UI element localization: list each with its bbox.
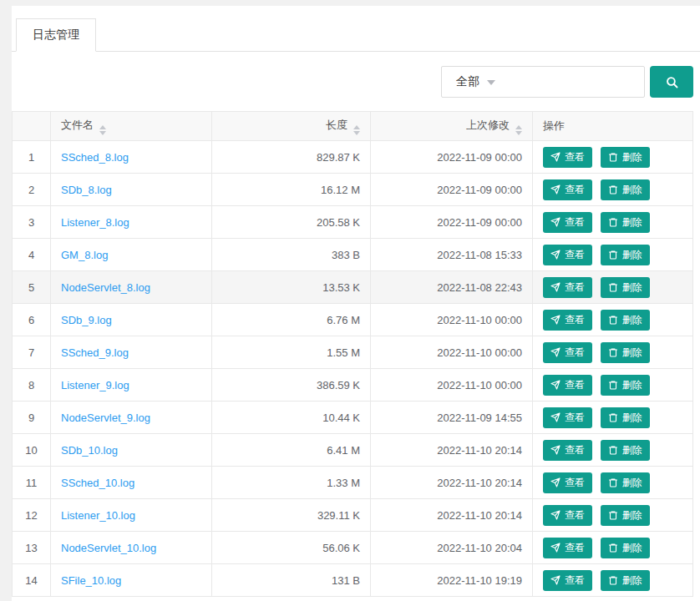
search-icon <box>665 75 679 89</box>
view-button[interactable]: 查看 <box>543 147 592 168</box>
delete-button[interactable]: 删除 <box>601 570 650 591</box>
send-icon <box>550 477 561 487</box>
send-icon <box>550 282 561 292</box>
view-button-label: 查看 <box>565 443 585 457</box>
trash-icon <box>608 510 618 520</box>
trash-icon <box>608 217 618 227</box>
view-button[interactable]: 查看 <box>543 277 592 298</box>
file-link[interactable]: NodeServlet_8.log <box>61 281 150 294</box>
sort-carets-icon[interactable] <box>515 125 522 135</box>
table-row: 6 SDb_9.log 6.76 M 2022-11-10 00:00 查看 删 <box>13 304 693 336</box>
view-button[interactable]: 查看 <box>543 245 592 265</box>
row-index: 7 <box>13 336 51 369</box>
col-modified[interactable]: 上次修改 <box>371 112 533 141</box>
file-length: 1.33 M <box>212 467 371 499</box>
send-icon <box>550 347 561 357</box>
tab-log-management[interactable]: 日志管理 <box>16 18 96 52</box>
col-filename[interactable]: 文件名 <box>51 112 212 141</box>
view-button[interactable]: 查看 <box>543 342 592 363</box>
row-index: 13 <box>13 532 51 564</box>
row-index: 9 <box>13 402 51 434</box>
delete-button-label: 删除 <box>622 280 642 295</box>
delete-button[interactable]: 删除 <box>601 375 650 396</box>
file-length: 1.55 M <box>212 336 371 369</box>
row-index: 2 <box>13 174 51 206</box>
delete-button[interactable]: 删除 <box>601 245 650 265</box>
row-actions: 查看 删除 <box>533 532 693 564</box>
file-modified: 2022-11-10 00:00 <box>371 369 533 402</box>
view-button[interactable]: 查看 <box>543 440 592 461</box>
view-button[interactable]: 查看 <box>543 375 592 396</box>
file-modified: 2022-11-10 00:00 <box>371 304 533 336</box>
send-icon <box>550 184 561 194</box>
delete-button[interactable]: 删除 <box>601 407 650 428</box>
row-index: 5 <box>13 271 51 304</box>
delete-button-label: 删除 <box>622 150 642 164</box>
filter-dropdown[interactable]: 全部 <box>441 66 645 98</box>
delete-button[interactable]: 删除 <box>601 342 650 363</box>
row-index: 10 <box>13 434 51 467</box>
delete-button-label: 删除 <box>622 476 642 490</box>
delete-button[interactable]: 删除 <box>601 179 650 200</box>
file-modified: 2022-11-09 14:55 <box>371 402 533 434</box>
delete-button[interactable]: 删除 <box>601 310 650 331</box>
delete-button[interactable]: 删除 <box>601 538 650 558</box>
delete-button[interactable]: 删除 <box>601 472 650 493</box>
table-header-row: 文件名 长度 上次修改 操作 <box>13 112 693 141</box>
file-link[interactable]: Listener_8.log <box>61 216 129 229</box>
sort-carets-icon[interactable] <box>353 125 360 135</box>
file-length: 13.53 K <box>212 271 371 304</box>
file-length: 10.44 K <box>212 402 371 434</box>
view-button[interactable]: 查看 <box>543 179 592 200</box>
file-link[interactable]: SDb_8.log <box>61 184 112 196</box>
delete-button[interactable]: 删除 <box>601 505 650 526</box>
view-button[interactable]: 查看 <box>543 570 592 591</box>
view-button[interactable]: 查看 <box>543 538 592 558</box>
view-button[interactable]: 查看 <box>543 407 592 428</box>
tab-bar: 日志管理 <box>12 6 700 52</box>
file-link[interactable]: NodeServlet_9.log <box>61 412 150 424</box>
delete-button[interactable]: 删除 <box>601 212 650 233</box>
file-link[interactable]: SSched_8.log <box>61 151 129 164</box>
delete-button[interactable]: 删除 <box>601 147 650 168</box>
file-link[interactable]: GM_8.log <box>61 249 108 261</box>
trash-icon <box>608 282 618 292</box>
table-row: 8 Listener_9.log 386.59 K 2022-11-10 00:… <box>13 369 693 402</box>
delete-button-label: 删除 <box>622 443 642 457</box>
file-link[interactable]: Listener_10.log <box>61 509 135 522</box>
view-button[interactable]: 查看 <box>543 505 592 526</box>
file-length: 16.12 M <box>212 174 371 206</box>
file-length: 6.41 M <box>212 434 371 467</box>
view-button[interactable]: 查看 <box>543 472 592 493</box>
file-length: 205.58 K <box>212 206 371 239</box>
delete-button[interactable]: 删除 <box>601 277 650 298</box>
view-button[interactable]: 查看 <box>543 212 592 233</box>
send-icon <box>550 543 561 553</box>
file-modified: 2022-11-10 00:00 <box>371 336 533 369</box>
delete-button-label: 删除 <box>622 378 642 392</box>
view-button-label: 查看 <box>565 215 585 230</box>
table-row: 1 SSched_8.log 829.87 K 2022-11-09 00:00… <box>13 141 693 174</box>
table-row: 7 SSched_9.log 1.55 M 2022-11-10 00:00 查… <box>13 336 693 369</box>
file-link[interactable]: SSched_10.log <box>61 477 134 489</box>
row-actions: 查看 删除 <box>533 304 693 336</box>
file-link[interactable]: SSched_9.log <box>61 346 129 359</box>
row-actions: 查看 删除 <box>533 141 693 174</box>
delete-button[interactable]: 删除 <box>601 440 650 461</box>
row-actions: 查看 删除 <box>533 239 693 271</box>
file-modified: 2022-11-09 00:00 <box>371 174 533 206</box>
row-actions: 查看 删除 <box>533 499 693 532</box>
sort-carets-icon[interactable] <box>99 125 106 135</box>
caret-down-icon <box>487 80 495 85</box>
view-button[interactable]: 查看 <box>543 310 592 331</box>
file-link[interactable]: SFile_10.log <box>61 574 121 587</box>
file-link[interactable]: SDb_9.log <box>61 314 112 326</box>
search-button[interactable] <box>650 66 693 98</box>
file-link[interactable]: Listener_9.log <box>61 379 129 391</box>
row-actions: 查看 删除 <box>533 467 693 499</box>
file-link[interactable]: SDb_10.log <box>61 444 118 457</box>
row-index: 6 <box>13 304 51 336</box>
file-link[interactable]: NodeServlet_10.log <box>61 542 156 554</box>
col-length[interactable]: 长度 <box>212 112 371 141</box>
row-index: 4 <box>13 239 51 271</box>
